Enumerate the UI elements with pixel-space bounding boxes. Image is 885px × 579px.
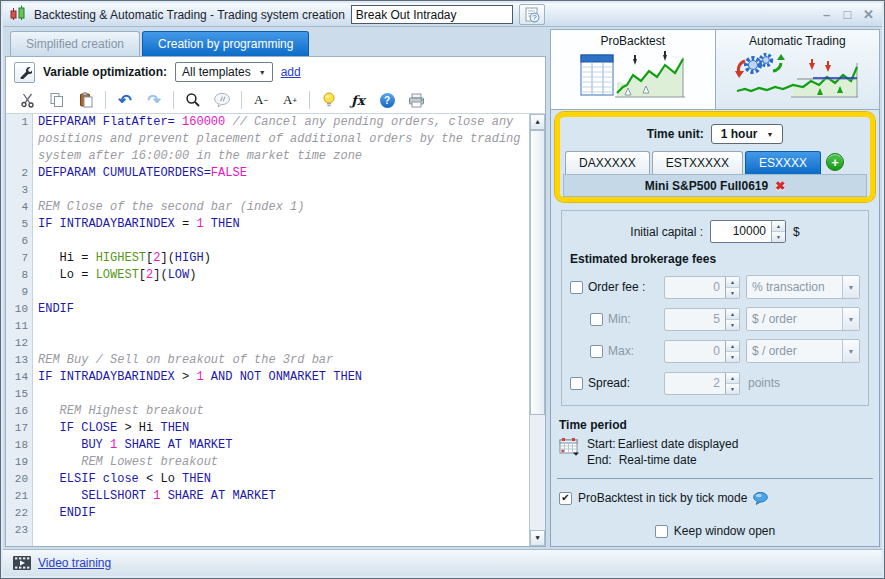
spin-down-button[interactable]: [726, 288, 739, 298]
minimize-button[interactable]: –: [818, 7, 835, 22]
spin-down-button[interactable]: [726, 352, 739, 362]
help-button[interactable]: ?: [377, 90, 397, 110]
video-training-link[interactable]: Video training: [38, 556, 111, 570]
tab-automatic-trading[interactable]: Automatic Trading: [716, 29, 881, 110]
spin-down-button[interactable]: [772, 232, 785, 242]
code-line-text[interactable]: REM Close of the second bar (index 1): [33, 199, 529, 216]
code-line-text[interactable]: Lo = LOWEST[2](LOW): [33, 267, 529, 284]
fee-value-spinner[interactable]: 0: [664, 340, 740, 363]
spin-up-button[interactable]: [772, 221, 785, 232]
paste-button[interactable]: [76, 90, 96, 110]
copy-button[interactable]: [47, 90, 67, 110]
spinner-buttons: [725, 309, 739, 330]
code-line-text[interactable]: [33, 284, 529, 301]
system-help-button[interactable]: ?: [519, 4, 545, 25]
code-line-text[interactable]: BUY 1 SHARE AT MARKET: [33, 437, 529, 454]
scrollbar-thumb[interactable]: [530, 130, 545, 415]
code-line-text[interactable]: IF INTRADAYBARINDEX > 1 AND NOT ONMARKET…: [33, 369, 529, 386]
code-line-text[interactable]: REM Buy / Sell on breakout of the 3rd ba…: [33, 352, 529, 369]
instrument-tab-esxxxx[interactable]: ESXXXX: [745, 151, 821, 174]
decrease-font-button[interactable]: A−: [251, 90, 271, 110]
increase-font-button[interactable]: A+: [280, 90, 300, 110]
code-line-text[interactable]: REM Highest breakout: [33, 403, 529, 420]
maximize-button[interactable]: □: [839, 7, 856, 22]
instrument-tab-daxxxxx[interactable]: DAXXXXX: [565, 151, 650, 174]
editor-scrollbar[interactable]: ▲ ▼: [529, 114, 545, 546]
scroll-up-arrow[interactable]: ▲: [530, 114, 545, 130]
insert-function-button[interactable]: ƒx: [348, 90, 368, 110]
fee-unit-value: $ / order: [747, 312, 842, 326]
code-line-text[interactable]: ENDIF: [33, 505, 529, 522]
close-button[interactable]: ✕: [860, 7, 877, 22]
code-line-text[interactable]: IF CLOSE > Hi THEN: [33, 420, 529, 437]
code-line-text[interactable]: [33, 182, 529, 199]
spin-up-button[interactable]: [726, 277, 739, 288]
right-column: ProBacktest: [550, 29, 880, 547]
tab-creation-by-programming[interactable]: Creation by programming: [142, 31, 309, 56]
initial-capital-spinner[interactable]: 10000: [710, 220, 786, 243]
fee-value-spinner[interactable]: 5: [664, 308, 740, 331]
code-line-text[interactable]: ELSIF close < Lo THEN: [33, 471, 529, 488]
instrument-tab-estxxxxx[interactable]: ESTXXXXX: [652, 151, 743, 174]
fee-value-spinner[interactable]: 0: [664, 276, 740, 299]
time-unit-dropdown[interactable]: 1 hour: [711, 124, 784, 144]
cut-button[interactable]: [18, 90, 38, 110]
probacktest-label: ProBacktest: [600, 34, 665, 48]
system-name-input[interactable]: [351, 5, 513, 24]
code-line-text[interactable]: SELLSHORT 1 SHARE AT MARKET: [33, 488, 529, 505]
fee-unit-select[interactable]: % transaction: [746, 275, 860, 299]
tab-probacktest[interactable]: ProBacktest: [550, 29, 716, 110]
speech-bubble-icon[interactable]: [753, 492, 768, 505]
fee-unit-select[interactable]: $ / order: [746, 307, 860, 331]
code-line-text[interactable]: ENDIF: [33, 301, 529, 318]
code-line-text[interactable]: [33, 318, 529, 335]
mode-tabs: ProBacktest: [550, 29, 880, 110]
code-line: 13REM Buy / Sell on breakout of the 3rd …: [6, 352, 529, 369]
fee-checkbox[interactable]: [570, 377, 583, 390]
fee-checkbox[interactable]: [590, 345, 603, 358]
fee-checkbox[interactable]: [570, 281, 583, 294]
remove-instrument-button[interactable]: [775, 179, 785, 193]
code-editor[interactable]: 1DEFPARAM FlatAfter= 160000 // Cancel an…: [6, 114, 545, 546]
suggestion-button[interactable]: [319, 90, 339, 110]
scroll-down-arrow[interactable]: ▼: [530, 530, 545, 546]
code-line-text[interactable]: [33, 522, 529, 539]
spin-up-button[interactable]: [726, 309, 739, 320]
tick-mode-checkbox[interactable]: [559, 492, 572, 505]
code-line-text[interactable]: [33, 335, 529, 352]
comment-button[interactable]: [212, 90, 232, 110]
code-filler-area[interactable]: [33, 539, 529, 546]
undo-button[interactable]: ↶: [115, 90, 135, 110]
code-line: 16 REM Highest breakout: [6, 403, 529, 420]
spin-down-button[interactable]: [726, 320, 739, 330]
keep-window-checkbox[interactable]: [655, 525, 668, 538]
spin-up-button[interactable]: [726, 373, 739, 384]
add-instrument-button[interactable]: [826, 153, 844, 171]
print-button[interactable]: [406, 90, 426, 110]
fee-unit-select[interactable]: $ / order: [746, 339, 860, 363]
fee-value-spinner[interactable]: 2: [664, 372, 740, 395]
add-template-link[interactable]: add: [281, 65, 301, 79]
tab-simplified-creation[interactable]: Simplified creation: [10, 31, 140, 56]
code-line-text[interactable]: DEFPARAM CUMULATEORDERS=FALSE: [33, 165, 529, 182]
search-button[interactable]: [183, 90, 203, 110]
title-bar: Backtesting & Automatic Trading - Tradin…: [3, 3, 882, 27]
initial-capital-value[interactable]: 10000: [711, 221, 771, 242]
spin-up-button[interactable]: [726, 341, 739, 352]
instrument-name: Mini S&P500 Full0619: [645, 179, 768, 193]
line-number: 20: [6, 471, 33, 488]
optimization-wrench-button[interactable]: [14, 62, 35, 83]
templates-select[interactable]: All templates: [175, 62, 273, 82]
code-area[interactable]: 1DEFPARAM FlatAfter= 160000 // Cancel an…: [6, 114, 529, 546]
scrollbar-track[interactable]: [530, 415, 545, 530]
code-line-text[interactable]: [33, 233, 529, 250]
code-line-text[interactable]: [33, 386, 529, 403]
code-line-text[interactable]: Hi = HIGHEST[2](HIGH): [33, 250, 529, 267]
code-line-text[interactable]: DEFPARAM FlatAfter= 160000 // Cancel any…: [33, 114, 529, 165]
code-line-text[interactable]: IF INTRADAYBARINDEX = 1 THEN: [33, 216, 529, 233]
code-line-text[interactable]: REM Lowest breakout: [33, 454, 529, 471]
calendar-icon[interactable]: [559, 437, 580, 456]
spin-down-button[interactable]: [726, 384, 739, 394]
fee-checkbox[interactable]: [590, 313, 603, 326]
redo-button[interactable]: ↷: [144, 90, 164, 110]
